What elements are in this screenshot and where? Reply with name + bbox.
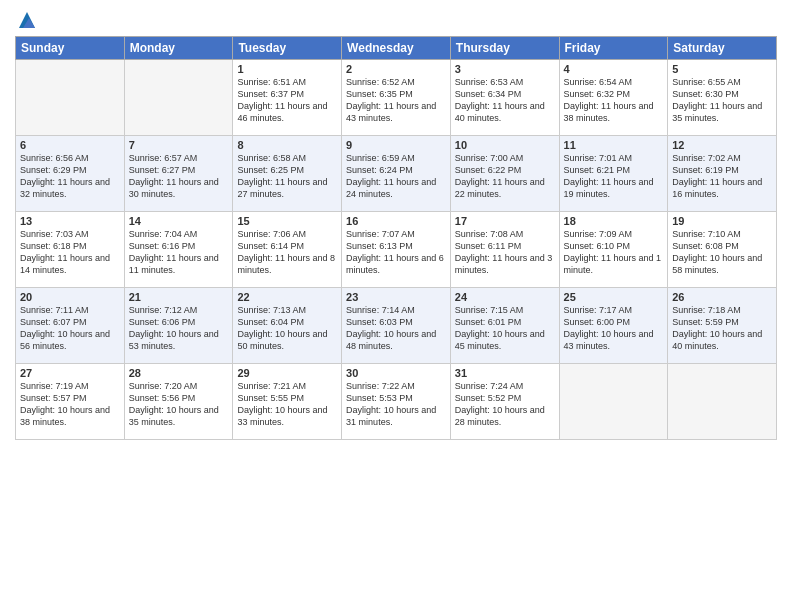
day-info: Sunrise: 6:55 AM Sunset: 6:30 PM Dayligh… [672,76,772,125]
calendar-cell [668,364,777,440]
day-header-saturday: Saturday [668,37,777,60]
calendar-cell: 29Sunrise: 7:21 AM Sunset: 5:55 PM Dayli… [233,364,342,440]
day-number: 16 [346,215,446,227]
day-info: Sunrise: 7:09 AM Sunset: 6:10 PM Dayligh… [564,228,664,277]
day-number: 24 [455,291,555,303]
day-number: 17 [455,215,555,227]
day-number: 19 [672,215,772,227]
calendar-cell: 28Sunrise: 7:20 AM Sunset: 5:56 PM Dayli… [124,364,233,440]
day-number: 23 [346,291,446,303]
calendar-cell: 17Sunrise: 7:08 AM Sunset: 6:11 PM Dayli… [450,212,559,288]
day-info: Sunrise: 6:53 AM Sunset: 6:34 PM Dayligh… [455,76,555,125]
day-number: 13 [20,215,120,227]
calendar-cell: 27Sunrise: 7:19 AM Sunset: 5:57 PM Dayli… [16,364,125,440]
day-info: Sunrise: 7:11 AM Sunset: 6:07 PM Dayligh… [20,304,120,353]
logo-icon [17,10,37,30]
calendar-cell [124,60,233,136]
day-info: Sunrise: 6:54 AM Sunset: 6:32 PM Dayligh… [564,76,664,125]
calendar-cell: 25Sunrise: 7:17 AM Sunset: 6:00 PM Dayli… [559,288,668,364]
week-row-2: 6Sunrise: 6:56 AM Sunset: 6:29 PM Daylig… [16,136,777,212]
calendar-cell: 18Sunrise: 7:09 AM Sunset: 6:10 PM Dayli… [559,212,668,288]
day-header-sunday: Sunday [16,37,125,60]
day-info: Sunrise: 7:08 AM Sunset: 6:11 PM Dayligh… [455,228,555,277]
calendar-cell: 26Sunrise: 7:18 AM Sunset: 5:59 PM Dayli… [668,288,777,364]
calendar-cell: 2Sunrise: 6:52 AM Sunset: 6:35 PM Daylig… [342,60,451,136]
day-number: 8 [237,139,337,151]
day-info: Sunrise: 7:15 AM Sunset: 6:01 PM Dayligh… [455,304,555,353]
day-info: Sunrise: 7:04 AM Sunset: 6:16 PM Dayligh… [129,228,229,277]
day-info: Sunrise: 7:20 AM Sunset: 5:56 PM Dayligh… [129,380,229,429]
logo [15,10,37,30]
day-info: Sunrise: 7:12 AM Sunset: 6:06 PM Dayligh… [129,304,229,353]
day-info: Sunrise: 7:01 AM Sunset: 6:21 PM Dayligh… [564,152,664,201]
day-number: 20 [20,291,120,303]
day-header-friday: Friday [559,37,668,60]
day-info: Sunrise: 7:03 AM Sunset: 6:18 PM Dayligh… [20,228,120,277]
week-row-5: 27Sunrise: 7:19 AM Sunset: 5:57 PM Dayli… [16,364,777,440]
day-number: 3 [455,63,555,75]
calendar-cell [16,60,125,136]
day-header-tuesday: Tuesday [233,37,342,60]
day-number: 30 [346,367,446,379]
day-number: 12 [672,139,772,151]
calendar-cell: 3Sunrise: 6:53 AM Sunset: 6:34 PM Daylig… [450,60,559,136]
day-info: Sunrise: 6:59 AM Sunset: 6:24 PM Dayligh… [346,152,446,201]
calendar-cell: 8Sunrise: 6:58 AM Sunset: 6:25 PM Daylig… [233,136,342,212]
calendar-cell: 11Sunrise: 7:01 AM Sunset: 6:21 PM Dayli… [559,136,668,212]
day-info: Sunrise: 7:07 AM Sunset: 6:13 PM Dayligh… [346,228,446,277]
day-info: Sunrise: 7:00 AM Sunset: 6:22 PM Dayligh… [455,152,555,201]
calendar-cell: 9Sunrise: 6:59 AM Sunset: 6:24 PM Daylig… [342,136,451,212]
day-number: 15 [237,215,337,227]
day-number: 29 [237,367,337,379]
calendar-cell: 16Sunrise: 7:07 AM Sunset: 6:13 PM Dayli… [342,212,451,288]
calendar-cell: 13Sunrise: 7:03 AM Sunset: 6:18 PM Dayli… [16,212,125,288]
day-number: 31 [455,367,555,379]
calendar-cell: 30Sunrise: 7:22 AM Sunset: 5:53 PM Dayli… [342,364,451,440]
day-info: Sunrise: 6:58 AM Sunset: 6:25 PM Dayligh… [237,152,337,201]
day-number: 9 [346,139,446,151]
calendar-cell: 19Sunrise: 7:10 AM Sunset: 6:08 PM Dayli… [668,212,777,288]
day-header-thursday: Thursday [450,37,559,60]
calendar-cell [559,364,668,440]
week-row-4: 20Sunrise: 7:11 AM Sunset: 6:07 PM Dayli… [16,288,777,364]
day-number: 21 [129,291,229,303]
day-info: Sunrise: 7:02 AM Sunset: 6:19 PM Dayligh… [672,152,772,201]
day-info: Sunrise: 7:17 AM Sunset: 6:00 PM Dayligh… [564,304,664,353]
calendar-cell: 14Sunrise: 7:04 AM Sunset: 6:16 PM Dayli… [124,212,233,288]
day-info: Sunrise: 7:14 AM Sunset: 6:03 PM Dayligh… [346,304,446,353]
calendar-cell: 5Sunrise: 6:55 AM Sunset: 6:30 PM Daylig… [668,60,777,136]
calendar-cell: 31Sunrise: 7:24 AM Sunset: 5:52 PM Dayli… [450,364,559,440]
week-row-1: 1Sunrise: 6:51 AM Sunset: 6:37 PM Daylig… [16,60,777,136]
day-info: Sunrise: 7:18 AM Sunset: 5:59 PM Dayligh… [672,304,772,353]
day-number: 6 [20,139,120,151]
day-number: 1 [237,63,337,75]
day-info: Sunrise: 6:57 AM Sunset: 6:27 PM Dayligh… [129,152,229,201]
calendar-cell: 7Sunrise: 6:57 AM Sunset: 6:27 PM Daylig… [124,136,233,212]
day-info: Sunrise: 6:51 AM Sunset: 6:37 PM Dayligh… [237,76,337,125]
day-info: Sunrise: 7:24 AM Sunset: 5:52 PM Dayligh… [455,380,555,429]
day-number: 5 [672,63,772,75]
header-row: SundayMondayTuesdayWednesdayThursdayFrid… [16,37,777,60]
page: SundayMondayTuesdayWednesdayThursdayFrid… [0,0,792,612]
calendar-cell: 12Sunrise: 7:02 AM Sunset: 6:19 PM Dayli… [668,136,777,212]
day-header-wednesday: Wednesday [342,37,451,60]
day-number: 10 [455,139,555,151]
day-info: Sunrise: 7:22 AM Sunset: 5:53 PM Dayligh… [346,380,446,429]
calendar-cell: 24Sunrise: 7:15 AM Sunset: 6:01 PM Dayli… [450,288,559,364]
day-number: 7 [129,139,229,151]
calendar-cell: 1Sunrise: 6:51 AM Sunset: 6:37 PM Daylig… [233,60,342,136]
week-row-3: 13Sunrise: 7:03 AM Sunset: 6:18 PM Dayli… [16,212,777,288]
day-number: 22 [237,291,337,303]
day-number: 28 [129,367,229,379]
day-number: 4 [564,63,664,75]
calendar-cell: 6Sunrise: 6:56 AM Sunset: 6:29 PM Daylig… [16,136,125,212]
day-number: 26 [672,291,772,303]
day-info: Sunrise: 6:52 AM Sunset: 6:35 PM Dayligh… [346,76,446,125]
header [15,10,777,30]
day-info: Sunrise: 7:13 AM Sunset: 6:04 PM Dayligh… [237,304,337,353]
calendar-cell: 22Sunrise: 7:13 AM Sunset: 6:04 PM Dayli… [233,288,342,364]
calendar-cell: 20Sunrise: 7:11 AM Sunset: 6:07 PM Dayli… [16,288,125,364]
day-info: Sunrise: 7:21 AM Sunset: 5:55 PM Dayligh… [237,380,337,429]
day-number: 25 [564,291,664,303]
day-info: Sunrise: 6:56 AM Sunset: 6:29 PM Dayligh… [20,152,120,201]
